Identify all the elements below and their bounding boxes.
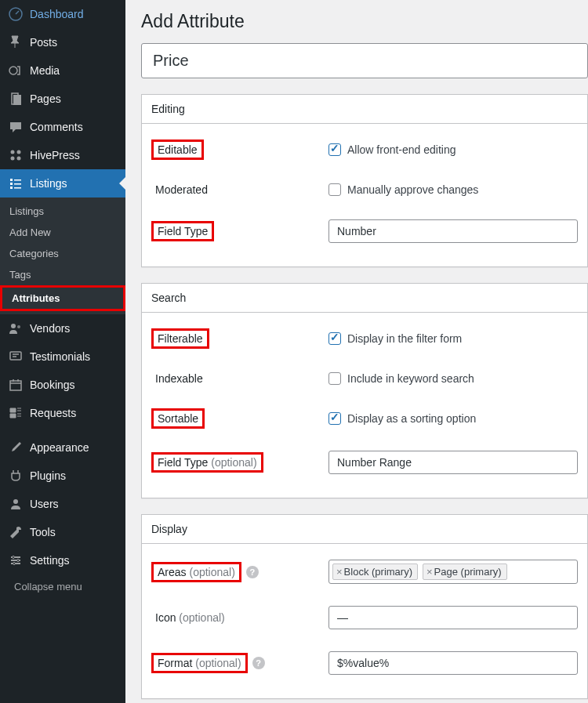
editing-field-type-select[interactable]: Number xyxy=(328,219,578,243)
svg-rect-9 xyxy=(14,179,21,181)
sidebar-label: Users xyxy=(30,498,59,510)
comment-icon xyxy=(8,119,24,135)
list-icon xyxy=(8,176,24,191)
sidebar-label: Vendors xyxy=(30,322,70,335)
sidebar-item-media[interactable]: Media xyxy=(0,56,125,85)
sidebar-label: Posts xyxy=(30,36,57,49)
requests-icon xyxy=(8,405,24,421)
display-metabox: Display Areas (optional) ? ×Block (prima… xyxy=(141,514,588,699)
svg-rect-17 xyxy=(10,381,21,390)
format-label: Format (optional) xyxy=(151,653,248,673)
svg-rect-12 xyxy=(10,187,13,189)
sidebar-item-tools[interactable]: Tools xyxy=(0,518,125,546)
submenu-listings[interactable]: Listings xyxy=(0,201,125,222)
sidebar-label: Comments xyxy=(30,121,83,133)
indexable-checkbox[interactable] xyxy=(328,372,341,385)
indexable-check-label: Include in keyword search xyxy=(347,372,474,385)
svg-point-18 xyxy=(13,499,18,504)
remove-token-icon[interactable]: × xyxy=(426,566,433,578)
sortable-label: Sortable xyxy=(151,408,205,429)
sidebar-item-hivepress[interactable]: HivePress xyxy=(0,141,125,169)
help-icon[interactable]: ? xyxy=(246,566,259,578)
search-metabox: Search Filterable Display in the filter … xyxy=(141,283,588,498)
collapse-label: Collapse menu xyxy=(14,581,82,592)
sortable-check-label: Display as a sorting option xyxy=(347,412,476,425)
sidebar-label: Testimonials xyxy=(30,350,90,363)
icon-select[interactable]: — xyxy=(328,606,578,629)
hivepress-icon xyxy=(8,147,24,163)
svg-point-5 xyxy=(17,150,21,154)
area-token: ×Block (primary) xyxy=(332,563,418,580)
sidebar-label: Appearance xyxy=(30,441,89,454)
filterable-label: Filterable xyxy=(151,328,209,349)
sidebar-item-testimonials[interactable]: Testimonials xyxy=(0,342,125,371)
settings-icon xyxy=(8,553,24,568)
submenu-add-new[interactable]: Add New xyxy=(0,222,125,243)
wrench-icon xyxy=(8,524,24,540)
editable-label: Editable xyxy=(151,140,204,160)
filterable-checkbox[interactable] xyxy=(328,332,341,345)
sidebar-label: Bookings xyxy=(30,379,75,391)
attribute-title-input[interactable] xyxy=(141,43,588,78)
area-token: ×Page (primary) xyxy=(423,563,507,580)
admin-sidebar: Dashboard Posts Media Pages Comments Hiv… xyxy=(0,0,125,703)
sidebar-item-listings[interactable]: Listings xyxy=(0,169,125,197)
collapse-menu-button[interactable]: Collapse menu xyxy=(0,574,125,599)
sidebar-label: Media xyxy=(30,64,60,77)
remove-token-icon[interactable]: × xyxy=(336,566,343,578)
svg-rect-11 xyxy=(14,183,21,185)
svg-point-23 xyxy=(17,560,20,562)
moderated-check-label: Manually approve changes xyxy=(347,183,478,196)
svg-point-4 xyxy=(11,150,15,154)
listings-submenu: Listings Add New Categories Tags Attribu… xyxy=(0,197,125,314)
sidebar-item-posts[interactable]: Posts xyxy=(0,28,125,56)
sidebar-label: Plugins xyxy=(30,469,66,482)
icon-label: Icon (optional) xyxy=(151,610,229,625)
sidebar-label: Tools xyxy=(30,526,56,538)
testimonial-icon xyxy=(8,349,24,364)
svg-rect-3 xyxy=(13,95,21,105)
sidebar-label: Pages xyxy=(30,92,61,105)
sortable-checkbox[interactable] xyxy=(328,412,341,425)
moderated-label: Moderated xyxy=(151,182,212,197)
sidebar-item-bookings[interactable]: Bookings xyxy=(0,371,125,399)
filterable-check-label: Display in the filter form xyxy=(347,332,462,345)
format-input[interactable] xyxy=(328,651,578,675)
user-icon xyxy=(8,496,24,512)
svg-point-7 xyxy=(17,157,21,161)
sidebar-label: Listings xyxy=(30,177,67,190)
submenu-attributes[interactable]: Attributes xyxy=(0,285,125,311)
sidebar-item-users[interactable]: Users xyxy=(0,490,125,518)
sidebar-item-dashboard[interactable]: Dashboard xyxy=(0,0,125,28)
svg-point-6 xyxy=(11,157,15,161)
sidebar-item-vendors[interactable]: Vendors xyxy=(0,314,125,342)
sidebar-label: Requests xyxy=(30,407,76,419)
sidebar-item-requests[interactable]: Requests xyxy=(0,399,125,427)
sidebar-label: Settings xyxy=(30,554,70,567)
sidebar-item-appearance[interactable]: Appearance xyxy=(0,433,125,462)
pushpin-icon xyxy=(8,34,24,50)
display-header: Display xyxy=(142,515,587,544)
sidebar-item-pages[interactable]: Pages xyxy=(0,85,125,113)
dashboard-icon xyxy=(8,6,24,22)
search-header: Search xyxy=(142,284,587,313)
sidebar-label: Dashboard xyxy=(30,8,84,20)
sidebar-item-plugins[interactable]: Plugins xyxy=(0,462,125,490)
editable-checkbox[interactable] xyxy=(328,143,341,156)
help-icon[interactable]: ? xyxy=(252,657,265,669)
indexable-label: Indexable xyxy=(151,371,207,386)
submenu-tags[interactable]: Tags xyxy=(0,264,125,285)
editing-metabox: Editing Editable Allow front-end editing… xyxy=(141,94,588,267)
areas-token-field[interactable]: ×Block (primary) ×Page (primary) xyxy=(328,560,578,584)
plugin-icon xyxy=(8,468,24,484)
sidebar-item-comments[interactable]: Comments xyxy=(0,113,125,141)
moderated-checkbox[interactable] xyxy=(328,183,341,196)
svg-point-24 xyxy=(13,563,16,565)
search-field-type-select[interactable]: Number Range xyxy=(328,451,578,474)
submenu-categories[interactable]: Categories xyxy=(0,243,125,264)
svg-point-1 xyxy=(9,67,17,74)
field-type-label: Field Type xyxy=(151,221,214,241)
calendar-icon xyxy=(8,377,24,393)
svg-rect-8 xyxy=(10,179,13,181)
sidebar-item-settings[interactable]: Settings xyxy=(0,546,125,574)
